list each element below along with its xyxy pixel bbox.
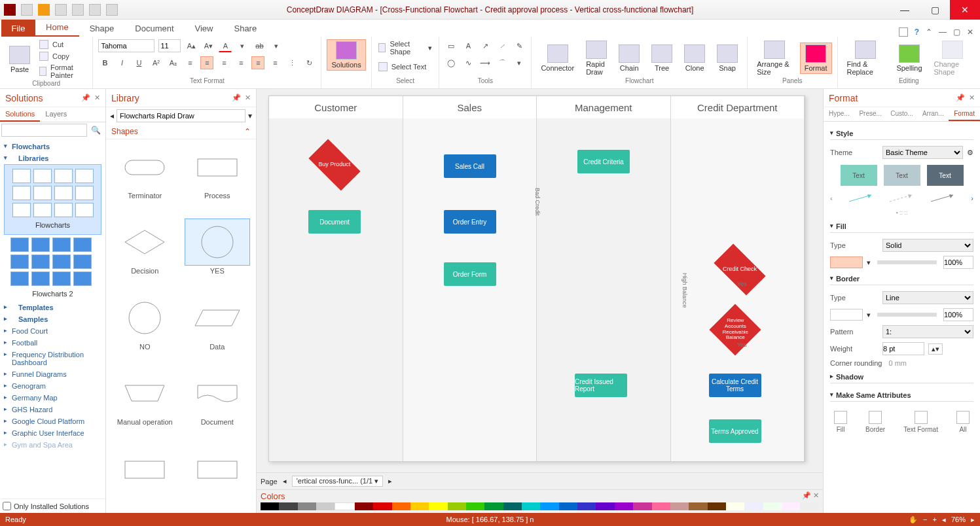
node-issued-report[interactable]: Credit Issued Report [575,374,627,397]
border-type-select[interactable]: Line [882,291,973,304]
more-tools-icon[interactable]: ▾ [513,56,526,69]
qat-search-icon[interactable] [106,4,118,16]
fmt-tab-hyperlink[interactable]: Hype... [824,107,855,121]
shape-no[interactable] [112,294,177,342]
node-sales-call[interactable]: Sales Call [444,154,496,178]
flowcharts-thumbs[interactable] [6,166,100,220]
section-msa[interactable]: Make Same Attributes [830,387,973,402]
tree-item[interactable]: Google Cloud Platform [4,415,101,427]
flowcharts2-thumbs[interactable] [4,235,101,289]
border-color-swatch[interactable] [830,309,863,321]
shape-document[interactable] [185,370,250,417]
arrange-button[interactable]: Arrange & Size [753,39,796,77]
maximize-button[interactable]: ▢ [920,0,950,20]
snap-button[interactable]: Snap [713,43,742,73]
tree-item[interactable]: Food Court [4,325,101,337]
superscript-button[interactable]: A² [149,56,162,69]
search-icon[interactable]: 🔍 [88,126,103,135]
find-replace-button[interactable]: Find & Replace [843,39,889,77]
pencil-tool-icon[interactable]: ✎ [513,39,526,52]
page-nav-prev[interactable]: ◂ [283,477,287,485]
node-review[interactable]: Review Accounts Receivable Balance [709,304,761,355]
qat-print-icon[interactable] [89,4,101,16]
arc-tool-icon[interactable]: ⌒ [496,56,509,69]
border-pattern-select[interactable]: 1: [882,325,973,338]
zoom-out-icon[interactable]: − [923,516,927,523]
font-size-select[interactable] [158,39,181,52]
rect-tool-icon[interactable]: ▭ [445,39,458,52]
fill-type-select[interactable]: Solid [882,239,973,252]
change-shape-button[interactable]: Change Shape [930,39,975,77]
drawing-canvas[interactable]: Customer Sales Management Credit Departm… [268,96,805,462]
rotate-text-button[interactable]: ↻ [302,56,316,69]
cut-button[interactable]: Cut [38,39,87,50]
shape-more[interactable] [112,446,177,493]
only-installed-checkbox[interactable] [3,502,11,510]
file-menu[interactable]: File [1,20,35,37]
section-border[interactable]: Border [830,271,973,285]
align-left-button[interactable]: ≡ [183,56,196,69]
msa-all-button[interactable]: All [956,411,970,433]
section-style[interactable]: Style [830,126,973,140]
layers-tab[interactable]: Layers [40,107,72,122]
tree-libraries[interactable]: Libraries [4,152,101,164]
window-restore-icon[interactable]: ▢ [953,27,960,37]
shape-process[interactable] [185,143,250,190]
qat-open-icon[interactable] [38,4,50,16]
select-shape-button[interactable]: Select Shape ▾ [377,39,434,56]
gear-icon[interactable]: ⚙ [967,149,973,157]
align-center-button[interactable]: ≡ [200,56,213,69]
line-tool-icon[interactable]: ⟋ [496,39,509,52]
styles-prev-icon[interactable]: ‹ [830,194,833,202]
window-minimize-icon[interactable]: — [939,27,947,37]
overflow-icon[interactable]: ▾ [270,39,283,52]
theme-swatch-3[interactable]: Text [927,165,964,186]
close-button[interactable]: ✕ [950,0,980,20]
pin-icon[interactable]: 📌 [81,94,90,102]
shape-more[interactable] [185,446,250,493]
library-selector[interactable] [117,109,245,122]
font-more-icon[interactable]: ▾ [236,39,249,52]
zoom-nav-prev[interactable]: ◂ [942,516,946,524]
border-opacity-slider[interactable] [877,313,937,317]
close-panel-icon[interactable]: ✕ [813,491,819,499]
lib-prev-icon[interactable]: ◂ [110,111,114,120]
node-credit-criteria[interactable]: Credit Criteria [577,150,630,173]
tree-templates[interactable]: Templates [4,302,101,313]
styles-next-icon[interactable]: › [971,194,973,202]
spelling-button[interactable]: Spelling [892,43,926,73]
lane-header-sales[interactable]: Sales [403,96,537,118]
solutions-search-input[interactable] [1,124,87,137]
arrow-tool-icon[interactable]: ↗ [479,39,492,52]
node-document[interactable]: Document [308,210,361,234]
help-icon[interactable]: ? [915,27,919,37]
tab-home[interactable]: Home [35,19,79,37]
lane-header-management[interactable]: Management [537,96,671,118]
theme-select[interactable]: Basic Theme [882,146,963,159]
fmt-tab-arrange[interactable]: Arran... [917,107,949,121]
tree-item[interactable]: Funnel Diagrams [4,368,101,380]
fill-color-swatch[interactable] [830,256,863,268]
qat-save-icon[interactable] [55,4,67,16]
tab-share[interactable]: Share [223,20,267,37]
node-calc-terms[interactable]: Calculate Credit Terms [709,374,761,397]
panel-toggle-icon[interactable] [899,27,908,37]
collapse-shapes-icon[interactable]: ⌃ [244,127,251,136]
close-panel-icon[interactable]: ✕ [245,94,251,102]
tree-button[interactable]: Tree [647,43,676,73]
color-strip[interactable] [261,502,819,510]
page-nav-next[interactable]: ▸ [388,477,392,485]
shape-manual[interactable] [112,370,177,417]
chain-button[interactable]: Chain [615,43,644,73]
spline-tool-icon[interactable]: ∿ [462,56,475,69]
theme-swatch-1[interactable]: Text [841,165,877,186]
align-middle-button[interactable]: ≡ [251,56,264,69]
decrease-font-icon[interactable]: A▾ [202,39,215,52]
close-panel-icon[interactable]: ✕ [94,94,100,102]
tree-flowcharts[interactable]: Flowcharts [4,141,101,152]
weight-spinner[interactable]: ▴▾ [928,343,943,355]
fmt-tab-format[interactable]: Format [949,107,980,121]
tree-item[interactable]: Genogram [4,380,101,392]
msa-fill-button[interactable]: Fill [834,411,847,433]
align-bottom-button[interactable]: ≡ [268,56,281,69]
